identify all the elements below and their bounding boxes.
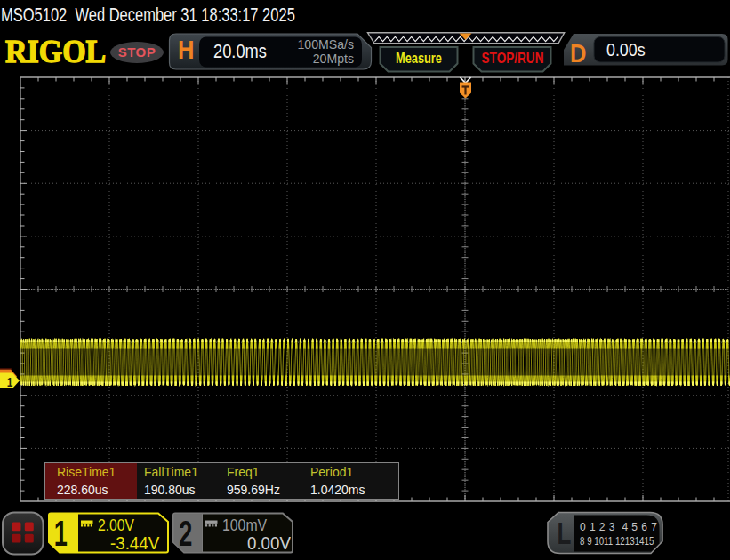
svg-text:L: L [558, 516, 572, 551]
svg-text:1: 1 [54, 514, 68, 554]
svg-text:2: 2 [179, 514, 192, 554]
